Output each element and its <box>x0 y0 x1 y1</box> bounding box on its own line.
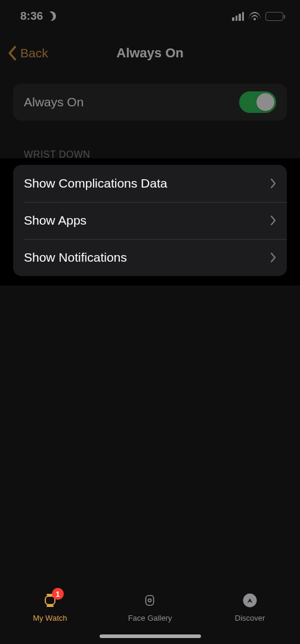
wifi-icon <box>249 12 261 21</box>
svg-rect-1 <box>146 596 154 605</box>
show-apps-row[interactable]: Show Apps <box>13 202 287 239</box>
chevron-right-icon <box>270 178 276 189</box>
chevron-left-icon <box>7 45 17 61</box>
wrist-down-header: WRIST DOWN <box>24 149 90 160</box>
back-label: Back <box>20 46 48 60</box>
cellular-icon <box>232 12 244 21</box>
status-bar: 8:36 <box>0 0 300 32</box>
compass-icon <box>241 591 259 609</box>
status-time: 8:36 <box>20 10 43 23</box>
svg-point-2 <box>149 599 151 602</box>
show-notifications-row[interactable]: Show Notifications <box>13 239 287 276</box>
tab-label: Discover <box>235 614 265 622</box>
badge: 1 <box>52 588 64 600</box>
tab-label: My Watch <box>33 614 67 622</box>
always-on-label: Always On <box>24 95 83 109</box>
face-gallery-icon <box>141 592 158 609</box>
page-title: Always On <box>116 45 183 61</box>
nav-bar: Back Always On <box>0 38 300 68</box>
screen: 8:36 Back Always On Always On WRIST DOWN… <box>0 0 300 644</box>
always-on-toggle[interactable] <box>239 91 276 113</box>
home-indicator <box>100 634 201 638</box>
do-not-disturb-icon <box>45 10 58 23</box>
always-on-group: Always On <box>13 84 287 121</box>
chevron-right-icon <box>270 215 276 226</box>
row-label: Show Apps <box>24 213 86 228</box>
tab-discover[interactable]: Discover <box>214 590 286 622</box>
wrist-down-group: Show Complications Data Show Apps Show N… <box>13 165 287 276</box>
tab-label: Face Gallery <box>128 614 172 622</box>
tab-my-watch[interactable]: 1 My Watch <box>14 590 86 622</box>
battery-icon <box>265 12 283 21</box>
show-complications-row[interactable]: Show Complications Data <box>13 165 287 202</box>
back-button[interactable]: Back <box>7 38 48 68</box>
row-label: Show Complications Data <box>24 176 167 191</box>
row-label: Show Notifications <box>24 250 127 265</box>
chevron-right-icon <box>270 252 276 263</box>
always-on-row[interactable]: Always On <box>13 84 287 121</box>
tab-face-gallery[interactable]: Face Gallery <box>114 590 185 622</box>
